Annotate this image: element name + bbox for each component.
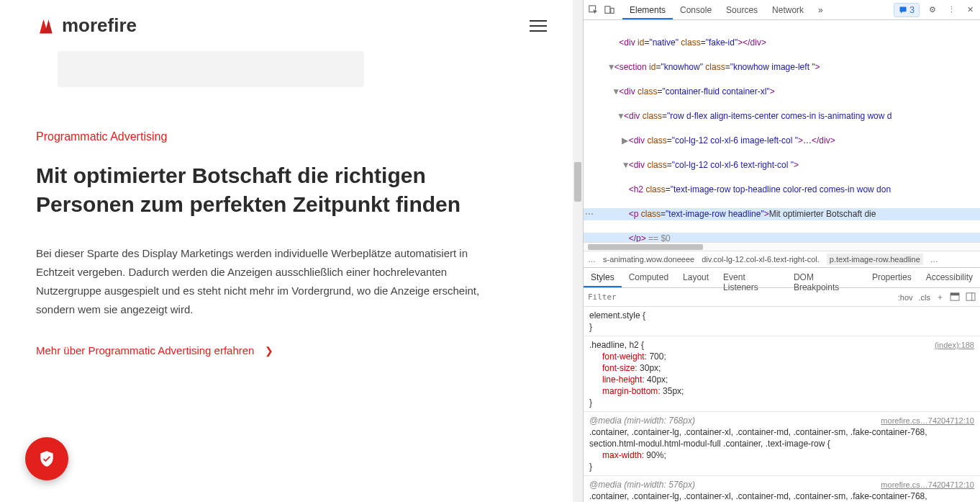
styles-subtabs: Styles Computed Layout Event Listeners D… xyxy=(584,268,980,288)
page-content: Programmatic Advertising Mit optimierter… xyxy=(0,51,583,357)
page-headline: Mit optimierter Botschaft die richtigen … xyxy=(36,161,496,219)
dom-eq0: == $0 xyxy=(646,233,671,242)
logo-icon xyxy=(36,16,56,36)
devtools-panel: Elements Console Sources Network » 3 ⚙ ⋮… xyxy=(583,0,980,502)
crumb-more-right[interactable]: … xyxy=(930,255,938,264)
dom-tree[interactable]: <div id="native" class="fake-id"></div> … xyxy=(584,20,980,242)
subtab-dombreakpoints[interactable]: DOM Breakpoints xyxy=(786,268,865,287)
styles-filter-row: :hov .cls ＋ xyxy=(584,288,980,307)
tab-console[interactable]: Console xyxy=(673,1,719,19)
sidebar-toggle-icon[interactable] xyxy=(966,292,976,302)
logo[interactable]: morefire xyxy=(36,14,137,37)
scrollbar-thumb[interactable] xyxy=(588,244,703,250)
rule-headline[interactable]: (index):188 .headline, h2 { font-weight:… xyxy=(584,336,980,412)
logo-text: morefire xyxy=(62,14,137,37)
subtab-styles[interactable]: Styles xyxy=(584,268,622,287)
subtab-layout[interactable]: Layout xyxy=(676,268,716,287)
shield-fab-button[interactable] xyxy=(25,437,68,480)
rule-media-768[interactable]: morefire.cs…74204712:10 @media (min-widt… xyxy=(584,412,980,476)
page-body-text: Bei dieser Sparte des Display Marketings… xyxy=(36,244,496,319)
menu-button[interactable] xyxy=(530,20,547,32)
tab-more[interactable]: » xyxy=(811,1,830,19)
site-header: morefire xyxy=(0,0,583,51)
hov-toggle[interactable]: :hov xyxy=(898,293,913,302)
scrollbar-thumb[interactable] xyxy=(574,162,581,202)
styles-body[interactable]: element.style { } (index):188 .headline,… xyxy=(584,307,980,502)
devtools-main-tabs: Elements Console Sources Network » xyxy=(622,1,830,19)
crumb-1[interactable]: s-animating.wow.doneeee xyxy=(603,255,694,264)
tab-network[interactable]: Network xyxy=(765,1,811,19)
crumb-active[interactable]: p.text-image-row.headline xyxy=(827,254,923,265)
rule-source-link[interactable]: (index):188 xyxy=(935,339,974,351)
subtab-accessibility[interactable]: Accessibility xyxy=(919,268,980,287)
inspect-icon[interactable] xyxy=(588,4,599,16)
tab-sources[interactable]: Sources xyxy=(719,1,765,19)
breadcrumb[interactable]: … s-animating.wow.doneeee div.col-lg-12.… xyxy=(584,251,980,268)
tab-elements[interactable]: Elements xyxy=(622,1,673,19)
page-scrollbar[interactable] xyxy=(573,0,583,502)
eyebrow-label: Programmatic Advertising xyxy=(36,130,547,143)
styles-filter-input[interactable] xyxy=(588,292,898,302)
crumb-2[interactable]: div.col-lg-12.col-xl-6.text-right-col. xyxy=(702,255,820,264)
devtools-toolbar: Elements Console Sources Network » 3 ⚙ ⋮… xyxy=(584,0,980,20)
shield-check-icon xyxy=(37,449,56,468)
subtab-computed[interactable]: Computed xyxy=(622,268,676,287)
dom-selected-text: Mit optimierter Botschaft die xyxy=(769,209,876,219)
website-pane: morefire Programmatic Advertising Mit op… xyxy=(0,0,583,502)
svg-rect-2 xyxy=(611,8,614,13)
crumb-more-left[interactable]: … xyxy=(588,255,596,264)
computed-panel-icon[interactable] xyxy=(950,292,960,302)
rule-source-link[interactable]: morefire.cs…74204712:10 xyxy=(881,415,974,426)
rule-source-link[interactable]: morefire.cs…74204712:10 xyxy=(881,479,974,490)
svg-rect-4 xyxy=(950,292,959,295)
new-style-rule-icon[interactable]: ＋ xyxy=(936,292,944,302)
kebab-menu-icon[interactable]: ⋮ xyxy=(945,4,957,16)
subtab-eventlisteners[interactable]: Event Listeners xyxy=(716,268,786,287)
console-message-badge[interactable]: 3 xyxy=(894,3,920,17)
subtab-properties[interactable]: Properties xyxy=(865,268,919,287)
chevron-right-icon: ❯ xyxy=(265,345,273,357)
cls-toggle[interactable]: .cls xyxy=(919,293,931,302)
hero-image-placeholder xyxy=(58,51,364,87)
dom-horizontal-scrollbar[interactable] xyxy=(584,242,980,251)
link-label: Mehr über Programmatic Advertising erfah… xyxy=(36,344,254,357)
device-toggle-icon[interactable] xyxy=(604,4,615,16)
close-icon[interactable]: ✕ xyxy=(964,4,976,16)
svg-rect-5 xyxy=(966,292,975,300)
rule-media-576[interactable]: morefire.cs…74204712:10 @media (min-widt… xyxy=(584,476,980,502)
learn-more-link[interactable]: Mehr über Programmatic Advertising erfah… xyxy=(36,344,547,357)
rule-element-style[interactable]: element.style { } xyxy=(584,307,980,336)
gear-icon[interactable]: ⚙ xyxy=(927,4,938,16)
svg-rect-1 xyxy=(605,6,610,13)
